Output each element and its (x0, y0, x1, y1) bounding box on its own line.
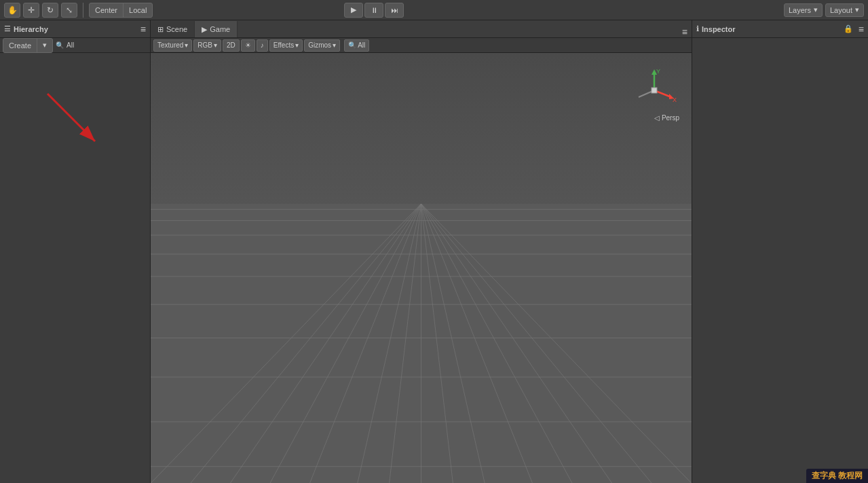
play-btn[interactable]: ▶ (344, 3, 363, 18)
pause-btn[interactable]: ⏸ (364, 3, 383, 18)
hierarchy-panel: ☰ Hierarchy ≡ Create ▾ 🔍 All (0, 20, 151, 483)
toolbar-sep-1 (83, 3, 83, 18)
layers-dropdown[interactable]: Layers ▾ (784, 3, 823, 17)
search-icon-hierarchy: 🔍 (56, 41, 64, 49)
scene-game-tabs: ⊞ Scene ▶ Game ≡ (151, 20, 692, 38)
main-layout: ☰ Hierarchy ≡ Create ▾ 🔍 All (0, 20, 868, 483)
viewport-grid (151, 204, 692, 483)
red-arrow-annotation (34, 80, 115, 162)
svg-text:Y: Y (656, 68, 660, 75)
center-btn[interactable]: Center (90, 3, 124, 18)
local-btn[interactable]: Local (124, 3, 152, 18)
scene-tab[interactable]: ⊞ Scene (151, 21, 195, 37)
layers-label: Layers (789, 6, 811, 14)
scene-tab-icon: ⊞ (157, 25, 164, 34)
hierarchy-menu-icon[interactable]: ≡ (140, 24, 146, 35)
textured-dropdown[interactable]: Textured ▾ (153, 39, 192, 52)
watermark: 查字典 教程网 (806, 469, 868, 483)
lock-icon[interactable]: 🔒 (844, 24, 853, 33)
textured-label: Textured (157, 41, 183, 49)
gizmo-svg: Y X (630, 67, 678, 114)
scene-gizmo[interactable]: Y X (630, 67, 678, 114)
effects-label: Effects (273, 41, 294, 49)
hand-tool-btn[interactable]: ✋ (4, 3, 20, 18)
scale-tool-btn[interactable]: ⤡ (61, 3, 77, 18)
lights-icon: ☀ (245, 41, 251, 49)
hierarchy-icon: ☰ (4, 24, 11, 33)
create-group: Create ▾ (3, 38, 53, 53)
layout-chevron-icon: ▾ (855, 5, 859, 14)
lights-btn[interactable]: ☀ (241, 39, 255, 52)
scene-panel-menu[interactable]: ≡ (682, 26, 692, 37)
left-arrow-icon: ◁ (654, 114, 660, 122)
audio-icon: ♪ (261, 41, 264, 49)
move-tool-btn[interactable]: ✛ (23, 3, 39, 18)
all-label-hierarchy: All (67, 41, 74, 49)
audio-btn[interactable]: ♪ (257, 39, 268, 52)
scene-toolbar: Textured ▾ RGB ▾ 2D ☀ ♪ Effects ▾ Gizmos (151, 38, 692, 53)
effects-chevron: ▾ (295, 41, 299, 49)
svg-line-1 (48, 94, 95, 141)
gizmos-dropdown[interactable]: Gizmos ▾ (304, 39, 340, 52)
inspector-content (692, 38, 868, 483)
layers-layout-group: Layers ▾ Layout ▾ (784, 3, 864, 17)
rgb-chevron: ▾ (214, 41, 217, 49)
inspector-icon: ℹ (696, 24, 699, 33)
svg-rect-35 (652, 88, 657, 93)
rotate-tool-btn[interactable]: ↻ (42, 3, 58, 18)
hierarchy-content (0, 53, 150, 483)
scene-search[interactable]: 🔍 All (344, 39, 369, 52)
center-panel: ⊞ Scene ▶ Game ≡ Textured ▾ RGB ▾ 2D ☀ (151, 20, 692, 483)
top-toolbar: ✋ ✛ ↻ ⤡ Center Local ▶ ⏸ ⏭ Layers ▾ Layo… (0, 0, 868, 20)
twod-btn[interactable]: 2D (223, 39, 240, 52)
inspector-menu-icon[interactable]: ≡ (858, 24, 864, 35)
gizmos-label: Gizmos (308, 41, 331, 49)
hierarchy-header: ☰ Hierarchy ≡ (0, 20, 150, 38)
twod-label: 2D (227, 41, 235, 49)
gizmos-chevron: ▾ (333, 41, 336, 49)
create-btn[interactable]: Create (3, 38, 37, 53)
create-chevron[interactable]: ▾ (37, 38, 52, 53)
layout-dropdown[interactable]: Layout ▾ (825, 3, 864, 17)
rgb-dropdown[interactable]: RGB ▾ (193, 39, 221, 52)
scene-viewport[interactable]: Y X ◁ Persp (151, 53, 692, 483)
layout-label: Layout (830, 6, 852, 14)
hierarchy-title: Hierarchy (14, 25, 48, 33)
viewport-sky (151, 53, 692, 225)
svg-text:X: X (673, 96, 677, 103)
game-tab[interactable]: ▶ Game (195, 21, 238, 37)
game-tab-label: Game (210, 25, 230, 33)
inspector-header: ℹ Inspector 🔒 ≡ (692, 20, 868, 38)
persp-label: ◁ Persp (654, 114, 679, 122)
inspector-panel: ℹ Inspector 🔒 ≡ (692, 20, 868, 483)
textured-chevron: ▾ (185, 41, 188, 49)
scene-tab-label: Scene (166, 25, 187, 33)
hierarchy-toolbar: Create ▾ 🔍 All (0, 38, 150, 53)
effects-dropdown[interactable]: Effects ▾ (269, 39, 303, 52)
search-icon-scene: 🔍 (348, 41, 356, 49)
play-controls: ▶ ⏸ ⏭ (344, 3, 404, 18)
step-btn[interactable]: ⏭ (385, 3, 404, 18)
inspector-title: Inspector (702, 25, 736, 33)
scene-all-label: All (358, 41, 365, 49)
rgb-label: RGB (197, 41, 212, 49)
layers-chevron-icon: ▾ (814, 5, 818, 14)
center-local-group: Center Local (89, 3, 153, 18)
game-tab-icon: ▶ (202, 25, 207, 34)
